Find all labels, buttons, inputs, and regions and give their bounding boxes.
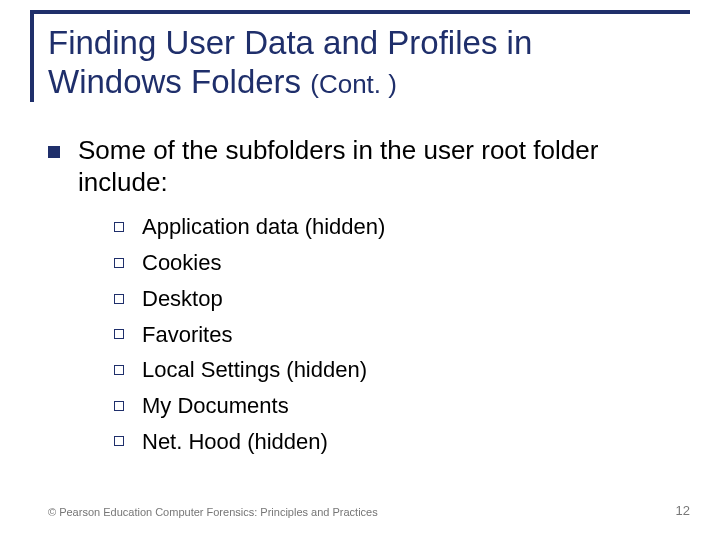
open-square-bullet-icon — [114, 294, 124, 304]
list-item-text: Desktop — [142, 284, 223, 314]
title-line-1: Finding User Data and Profiles in — [48, 24, 532, 61]
list-item-text: Net. Hood (hidden) — [142, 427, 328, 457]
list-item: Desktop — [114, 284, 688, 314]
slide-title: Finding User Data and Profiles in Window… — [48, 24, 690, 102]
list-item: Cookies — [114, 248, 688, 278]
title-frame: Finding User Data and Profiles in Window… — [30, 10, 690, 102]
slide: Finding User Data and Profiles in Window… — [0, 0, 720, 540]
list-item: Net. Hood (hidden) — [114, 427, 688, 457]
list-item-text: Local Settings (hidden) — [142, 355, 367, 385]
list-item-text: Application data (hidden) — [142, 212, 385, 242]
list-item: My Documents — [114, 391, 688, 421]
slide-body: Some of the subfolders in the user root … — [48, 135, 688, 462]
open-square-bullet-icon — [114, 222, 124, 232]
list-item-text: My Documents — [142, 391, 289, 421]
open-square-bullet-icon — [114, 365, 124, 375]
list-item-text: Favorites — [142, 320, 232, 350]
list-item: Favorites — [114, 320, 688, 350]
footer-copyright: © Pearson Education Computer Forensics: … — [48, 506, 378, 518]
list-item-text: Cookies — [142, 248, 221, 278]
page-number: 12 — [676, 503, 690, 518]
bullet-level1: Some of the subfolders in the user root … — [48, 135, 688, 198]
title-line-2a: Windows Folders — [48, 63, 310, 100]
open-square-bullet-icon — [114, 258, 124, 268]
open-square-bullet-icon — [114, 401, 124, 411]
bullet-level2-list: Application data (hidden) Cookies Deskto… — [114, 212, 688, 456]
list-item: Application data (hidden) — [114, 212, 688, 242]
open-square-bullet-icon — [114, 329, 124, 339]
bullet-level1-text: Some of the subfolders in the user root … — [78, 135, 688, 198]
title-cont: (Cont. ) — [310, 69, 397, 99]
list-item: Local Settings (hidden) — [114, 355, 688, 385]
square-bullet-icon — [48, 146, 60, 158]
open-square-bullet-icon — [114, 436, 124, 446]
